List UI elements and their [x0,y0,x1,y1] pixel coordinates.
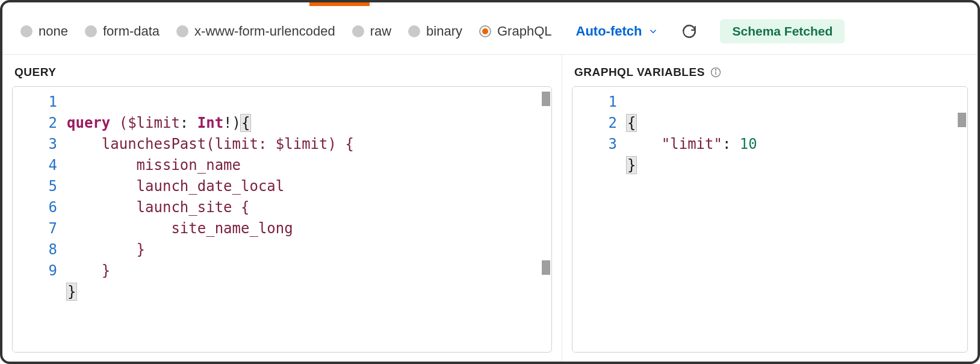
code-token: } [67,241,145,258]
code-token: launch_site { [67,199,249,216]
code-token: } [67,262,110,279]
code-token: launchesPast(limit: $limit) { [67,136,354,152]
body-type-form-data[interactable]: form-data [85,24,160,39]
body-type-raw[interactable]: raw [352,24,391,39]
body-type-label: raw [370,24,391,39]
body-type-toolbar: none form-data x-www-form-urlencoded raw… [2,2,978,55]
body-type-none[interactable]: none [20,24,68,39]
scrollbar-thumb[interactable] [542,260,550,275]
radio-icon [479,25,491,37]
code-token: launch_date_local [67,178,284,195]
code-token: { [627,115,636,131]
body-type-graphql[interactable]: GraphQL [479,24,552,39]
radio-icon [20,25,33,37]
body-type-label: form-data [103,24,160,39]
body-type-label: binary [426,24,462,39]
code-token: } [627,157,636,174]
code-token: mission_name [67,157,241,174]
svg-point-2 [715,69,716,70]
variables-pane-title: GRAPHQL VARIABLES [562,55,978,83]
body-type-label: GraphQL [497,24,552,39]
variables-gutter: 123 [572,87,627,352]
variables-pane: GRAPHQL VARIABLES 123 { "limit": 10 } [562,55,978,362]
variables-code[interactable]: { "limit": 10 } [627,87,967,352]
code-token: ) [232,115,241,131]
query-pane: QUERY 123456789 query ($limit: Int!){ la… [2,55,562,362]
variables-editor[interactable]: 123 { "limit": 10 } [572,86,968,353]
code-token: 10 [740,136,757,152]
code-token: "limit" [662,136,722,152]
code-token: query [67,115,110,131]
code-token: { [241,115,250,131]
query-editor[interactable]: 123456789 query ($limit: Int!){ launches… [12,86,552,353]
query-pane-title: QUERY [2,55,562,83]
schema-status-badge: Schema Fetched [720,19,845,43]
query-gutter: 123456789 [13,87,67,352]
code-token: : [180,115,197,131]
radio-icon [85,25,97,37]
code-token: ! [223,115,232,131]
editor-panes: QUERY 123456789 query ($limit: Int!){ la… [2,55,978,362]
code-token: } [67,283,76,300]
body-type-label: none [39,24,68,39]
scrollbar-thumb[interactable] [542,92,550,106]
scrollbar-thumb[interactable] [958,113,966,127]
body-type-label: x-www-form-urlencoded [194,24,335,39]
code-token: ($limit [110,115,180,131]
body-type-binary[interactable]: binary [408,24,462,39]
active-tab-indicator [309,2,370,6]
code-token: Int [197,115,223,131]
info-icon[interactable] [710,66,722,78]
code-token: : [722,136,740,152]
auto-fetch-dropdown[interactable]: Auto-fetch [576,24,659,39]
chevron-down-icon [648,26,659,37]
auto-fetch-label: Auto-fetch [576,24,642,39]
code-token: site_name_long [67,220,293,237]
radio-icon [352,25,364,37]
query-code[interactable]: query ($limit: Int!){ launchesPast(limit… [67,87,551,352]
radio-icon [408,25,420,37]
radio-icon [176,25,188,37]
refresh-icon[interactable] [681,24,697,39]
body-type-x-www-form-urlencoded[interactable]: x-www-form-urlencoded [176,24,335,39]
variables-title-text: GRAPHQL VARIABLES [574,66,705,79]
